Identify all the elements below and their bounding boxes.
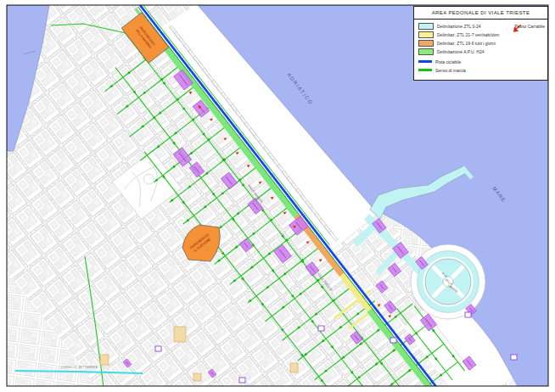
senso-di-marcia-line-icon xyxy=(418,69,432,71)
numbered-marker xyxy=(511,355,517,360)
landmark-building xyxy=(193,373,201,381)
passo-carrabile-arrow-icon xyxy=(512,24,522,33)
legend-item-apu-h24: Delimitazione A.P.U. H24 xyxy=(418,48,544,54)
landmark-building xyxy=(174,327,186,342)
landmark-building xyxy=(100,355,109,365)
map-legend: AREA PEDONALE DI VIALE TRIESTE Delimitaz… xyxy=(413,6,548,81)
landmark-building xyxy=(290,363,298,372)
corso-label: CORSO XI SETTEMBRE xyxy=(61,366,98,369)
swatch-apu-h24-icon xyxy=(418,48,434,55)
numbered-marker xyxy=(155,346,161,351)
numbered-marker xyxy=(465,312,471,317)
legend-item-ztl-21-7: Delimitaz. ZTL 21-7 ven/sab/dom xyxy=(418,31,544,37)
swatch-ztl-19-6-icon xyxy=(418,40,434,47)
legend-title: AREA PEDONALE DI VIALE TRIESTE xyxy=(414,7,547,20)
swatch-ztl-21-7-icon xyxy=(418,31,434,38)
legend-item-ztl-19-6: Delimitaz. ZTL 19-6 tutti i giorni xyxy=(418,40,544,46)
legend-item-pista-ciclabile: Pista ciclabile xyxy=(418,59,544,64)
map-page: PARCHEGGIO VILLA MARINA PARCHEGGIO IL CU… xyxy=(0,0,555,392)
numbered-marker xyxy=(239,378,245,383)
numbered-marker xyxy=(318,326,324,331)
numbered-marker xyxy=(390,338,396,343)
swatch-ztl-0-24-icon xyxy=(418,23,434,30)
legend-item-passo-carrabile: Passo Carrabile xyxy=(512,24,545,29)
pista-ciclabile-line-icon xyxy=(418,60,432,63)
legend-item-senso-di-marcia: Senso di marcia xyxy=(418,67,544,73)
